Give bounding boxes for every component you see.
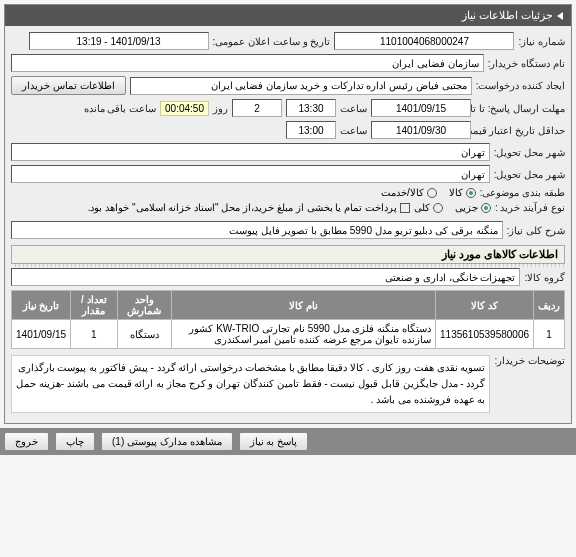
items-section-header: اطلاعات کالاهای مورد نیاز — [11, 245, 565, 264]
purchase-type-label: نوع فرآیند خرید : — [495, 202, 565, 213]
city-deliver-field: تهران — [11, 165, 490, 183]
city-deliver-label: شهر محل تحویل: — [494, 169, 565, 180]
th-unit: واحد شمارش — [117, 291, 171, 320]
deadline-send-hour: 13:30 — [286, 99, 336, 117]
panel-header: جزئیات اطلاعات نیاز — [5, 5, 571, 26]
purchase-type-group: جزیی کلی — [414, 202, 491, 213]
td-idx: 1 — [534, 320, 565, 349]
buyer-notes-label: توضیحات خریدار: — [494, 355, 565, 366]
details-panel: جزئیات اطلاعات نیاز شماره نیاز: 11010040… — [4, 4, 572, 424]
checkbox-icon — [400, 203, 410, 213]
reply-button[interactable]: پاسخ به نیاز — [239, 432, 309, 451]
button-bar: پاسخ به نیاز مشاهده مدارک پیوستی (1) چاپ… — [0, 428, 576, 455]
panel-title: جزئیات اطلاعات نیاز — [462, 9, 553, 22]
th-qty: تعداد / مقدار — [71, 291, 118, 320]
need-no-field: 1101004068000247 — [334, 32, 514, 50]
contact-info-button[interactable]: اطلاعات تماس خریدار — [11, 76, 126, 95]
city-inquiry-field: تهران — [11, 143, 490, 161]
th-date: تاریخ نیاز — [12, 291, 71, 320]
items-table: ردیف کد کالا نام کالا واحد شمارش تعداد /… — [11, 290, 565, 349]
title-field: منگنه برقی کی دبلیو تریو مدل 5990 مطابق … — [11, 221, 503, 239]
goods-radio-label: کالا — [449, 187, 463, 198]
td-date: 1401/09/15 — [12, 320, 71, 349]
treasury-check[interactable]: پرداخت تمام یا بخشی از مبلغ خرید،از محل … — [88, 202, 410, 213]
td-code: 1135610539580006 — [436, 320, 534, 349]
th-name: نام کالا — [171, 291, 435, 320]
partial-radio[interactable]: جزیی — [455, 202, 491, 213]
city-inquiry-label: شهر محل تحویل: — [494, 147, 565, 158]
table-row: 1 1135610539580006 دستگاه منگنه فلزی مدل… — [12, 320, 565, 349]
goods-class-group: کالا کالا/خدمت — [381, 187, 476, 198]
service-radio[interactable]: کالا/خدمت — [381, 187, 437, 198]
attachments-button[interactable]: مشاهده مدارک پیوستی (1) — [101, 432, 233, 451]
treasury-check-label: پرداخت تمام یا بخشی از مبلغ خرید،از محل … — [88, 202, 397, 213]
deadline-valid-date: 1401/09/30 — [371, 121, 471, 139]
radio-icon — [427, 188, 437, 198]
hour-label-2: ساعت — [340, 125, 367, 136]
print-button[interactable]: چاپ — [55, 432, 95, 451]
goods-class-label: طبقه بندی موضوعی: — [480, 187, 565, 198]
panel-body: شماره نیاز: 1101004068000247 تاریخ و ساع… — [5, 26, 571, 423]
hour-label-1: ساعت — [340, 103, 367, 114]
announce-dt-field: 1401/09/13 - 13:19 — [29, 32, 209, 50]
deadline-valid-label: حداقل تاریخ اعتبار قیمت: تا تاریخ: — [475, 125, 565, 136]
announce-dt-label: تاریخ و ساعت اعلان عمومی: — [213, 36, 331, 47]
table-header-row: ردیف کد کالا نام کالا واحد شمارش تعداد /… — [12, 291, 565, 320]
buyer-org-field: سازمان فضایی ایران — [11, 54, 484, 72]
total-radio[interactable]: کلی — [414, 202, 443, 213]
radio-checked-icon-2 — [481, 203, 491, 213]
td-name: دستگاه منگنه فلزی مدل 5990 نام تجارتی KW… — [171, 320, 435, 349]
buyer-org-label: نام دستگاه خریدار: — [488, 58, 565, 69]
deadline-send-date: 1401/09/15 — [371, 99, 471, 117]
countdown-timer: 00:04:50 — [160, 101, 209, 116]
partial-radio-label: جزیی — [455, 202, 478, 213]
deadline-valid-hour: 13:00 — [286, 121, 336, 139]
th-code: کد کالا — [436, 291, 534, 320]
td-unit: دستگاه — [117, 320, 171, 349]
creator-field: مجتبی فیاض رئیس اداره تدارکات و خرید ساز… — [130, 77, 472, 95]
goods-radio[interactable]: کالا — [449, 187, 476, 198]
remaining-label: ساعت باقی مانده — [84, 103, 157, 114]
service-radio-label: کالا/خدمت — [381, 187, 424, 198]
exit-button[interactable]: خروج — [4, 432, 49, 451]
goods-group-field: تجهیزات خانگی، اداری و صنعتی — [11, 268, 520, 286]
caret-icon — [557, 12, 563, 20]
radio-checked-icon — [466, 188, 476, 198]
td-qty: 1 — [71, 320, 118, 349]
creator-label: ایجاد کننده درخواست: — [476, 80, 565, 91]
buyer-notes-field: تسویه نقدی هفت روز کاری . کالا دقیقا مطا… — [11, 355, 490, 413]
need-no-label: شماره نیاز: — [518, 36, 565, 47]
title-label: شرح کلی نیاز: — [507, 225, 565, 236]
radio-icon-2 — [433, 203, 443, 213]
total-radio-label: کلی — [414, 202, 430, 213]
days-remain-field: 2 — [232, 99, 282, 117]
day-label: روز — [213, 103, 228, 114]
deadline-send-label: مهلت ارسال پاسخ: تا تاریخ: — [475, 103, 565, 114]
th-idx: ردیف — [534, 291, 565, 320]
goods-group-label: گروه کالا: — [524, 272, 565, 283]
